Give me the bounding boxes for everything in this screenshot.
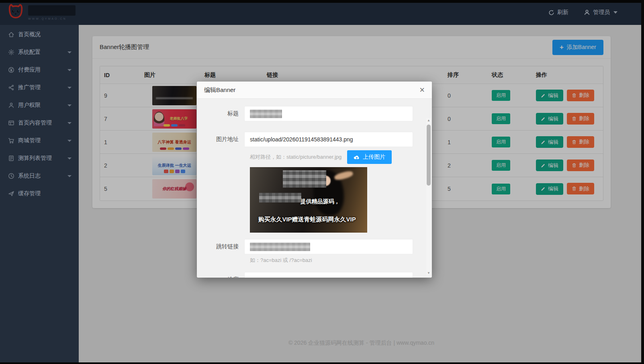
frame-edge <box>0 362 644 364</box>
title-field-label: 标题 <box>197 110 244 117</box>
redacted-region <box>259 193 301 202</box>
modal-title: 编辑Banner <box>204 86 235 94</box>
preview-text-line1: 提供精品源码， <box>301 198 340 205</box>
image-path-hint: 相对路径，如：static/picture/banner.jpg <box>250 153 341 161</box>
redacted-region <box>283 170 326 187</box>
frame-edge <box>641 0 644 364</box>
banner-preview-image: 提供精品源码， 购买永久VIP赠送青蛙源码网永久VIP <box>250 167 367 233</box>
image-path-field[interactable] <box>244 132 413 147</box>
cloud-upload-icon <box>354 154 360 160</box>
scroll-down-arrow[interactable]: ▼ <box>426 271 431 276</box>
image-path-label: 图片地址 <box>197 136 244 143</box>
upload-image-button[interactable]: 上传图片 <box>347 150 392 164</box>
link-hint: 如：?ac=bazi 或 /?ac=bazi <box>250 257 312 264</box>
close-icon[interactable]: × <box>419 86 425 94</box>
scroll-up-arrow[interactable]: ▲ <box>426 118 431 123</box>
preview-text-line2: 购买永久VIP赠送青蛙源码网永久VIP <box>258 216 356 223</box>
sort-field[interactable] <box>244 272 413 278</box>
link-field[interactable] <box>244 239 413 254</box>
modal-scrollbar[interactable]: ▲ ▼ <box>426 118 431 276</box>
scrollbar-thumb[interactable] <box>427 125 431 186</box>
modal-header: 编辑Banner × <box>197 82 432 99</box>
edit-banner-modal: 编辑Banner × 标题 图片地址 相对路径，如：static/picture… <box>197 82 432 278</box>
frame-edge <box>0 0 644 3</box>
redacted-link-value <box>250 243 310 251</box>
sort-field-label: 排序 <box>197 276 244 278</box>
modal-body: 标题 图片地址 相对路径，如：static/picture/banner.jpg… <box>197 99 432 278</box>
redacted-title-value <box>250 110 282 118</box>
title-field[interactable] <box>244 106 413 121</box>
admin-app: WWW.QYMAO.CN 刷新 管理员 首页概况系统配置付费应用推广管理 <box>0 0 644 364</box>
link-field-label: 跳转链接 <box>197 243 244 250</box>
